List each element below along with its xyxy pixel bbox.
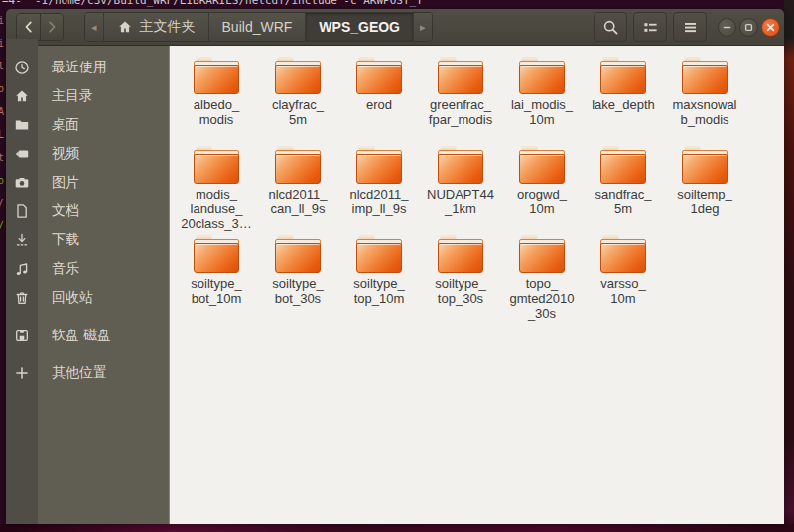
terminal-background: =4- -I/home/c3v/Build_WRF/LIBRARIES/netc… xyxy=(0,0,691,9)
forward-button[interactable] xyxy=(40,14,63,40)
folder-icon xyxy=(438,57,483,94)
file-view: albedo_ modisclayfrac_ 5merodgreenfrac_ … xyxy=(169,46,784,524)
maximize-icon xyxy=(743,22,754,33)
folder-name: soiltype_ bot_30s xyxy=(272,276,323,306)
folder-item-lake_depth[interactable]: lake_depth xyxy=(583,54,664,143)
minimize-button[interactable] xyxy=(718,18,736,37)
folder-icon xyxy=(356,235,402,273)
folder-item-soiltype_top_10m[interactable]: soiltype_ top_10m xyxy=(338,232,420,322)
folder-name: erod xyxy=(366,97,392,112)
sidebar-item-recent[interactable]: 最近使用 xyxy=(6,53,169,81)
list-view-icon xyxy=(642,19,659,36)
minimize-icon xyxy=(722,22,732,33)
folder-item-soiltype_bot_10m[interactable]: soiltype_ bot_10m xyxy=(176,232,257,322)
sidebar-item-label: 回收站 xyxy=(52,289,93,307)
folder-name: greenfrac_ fpar_modis xyxy=(429,97,492,127)
camera-icon xyxy=(6,175,38,191)
sidebar-item-home[interactable]: 主目录 xyxy=(6,81,169,110)
folder-item-soiltype_top_30s[interactable]: soiltype_ top_30s xyxy=(420,232,501,322)
folder-item-greenfrac_fpar_modis[interactable]: greenfrac_ fpar_modis xyxy=(420,54,501,143)
folder-icon xyxy=(438,146,483,184)
maximize-button[interactable] xyxy=(739,18,758,37)
folder-icon xyxy=(275,57,321,94)
sidebar-item-label: 图片 xyxy=(52,174,79,192)
sidebar-item-label: 软盘 磁盘 xyxy=(52,327,111,344)
folder-icon xyxy=(194,235,239,273)
folder-name: nlcd2011_ imp_ll_9s xyxy=(349,187,408,216)
folder-item-orogwd_10m[interactable]: orogwd_ 10m xyxy=(501,143,583,232)
folder-item-erod[interactable]: erod xyxy=(338,54,420,143)
folder-item-varsso_10m[interactable]: varsso_ 10m xyxy=(583,232,664,322)
folder-name: soiltype_ top_10m xyxy=(353,276,404,306)
sidebar-item-documents[interactable]: 文档 xyxy=(6,197,169,225)
folder-name: sandfrac_ 5m xyxy=(595,187,651,216)
folder-item-lai_modis_10m[interactable]: lai_modis_ 10m xyxy=(501,54,583,143)
folder-icon xyxy=(600,235,646,273)
path-segment-wps-geog[interactable]: WPS_GEOG xyxy=(305,13,413,41)
sidebar-item-pictures[interactable]: 图片 xyxy=(6,168,169,197)
folder-name: soiltype_ top_30s xyxy=(435,276,485,306)
sidebar-item-label: 桌面 xyxy=(52,116,79,134)
folder-icon xyxy=(438,235,483,273)
video-icon xyxy=(6,146,38,162)
sidebar-item-label: 其他位置 xyxy=(52,364,107,382)
path-segment-label: 主文件夹 xyxy=(140,18,196,36)
sidebar-item-downloads[interactable]: 下载 xyxy=(6,225,169,254)
folder-name: topo_ gmted2010 _30s xyxy=(509,276,574,321)
folder-name: nlcd2011_ can_ll_9s xyxy=(268,187,327,216)
chevron-left-icon xyxy=(21,19,37,35)
sidebar-item-floppy-disk[interactable]: 软盘 磁盘 xyxy=(6,321,169,349)
folder-name: albedo_ modis xyxy=(194,97,239,127)
path-segment-label: WPS_GEOG xyxy=(319,19,400,35)
headerbar-actions xyxy=(594,12,780,42)
plus-icon xyxy=(6,365,38,381)
menu-button[interactable] xyxy=(673,12,707,42)
sidebar-item-other-locations[interactable]: 其他位置 xyxy=(6,358,169,387)
folder-item-maxsnowalb_modis[interactable]: maxsnowal b_modis xyxy=(664,54,745,143)
folder-name: lai_modis_ 10m xyxy=(511,97,573,127)
folder-icon xyxy=(682,57,728,94)
path-segment-build-wrf[interactable]: Build_WRF xyxy=(208,13,306,41)
folder-name: maxsnowal b_modis xyxy=(672,97,736,127)
folder-item-soiltype_bot_30s[interactable]: soiltype_ bot_30s xyxy=(257,232,338,322)
hamburger-icon xyxy=(682,19,699,36)
close-button[interactable] xyxy=(761,18,780,37)
folder-item-albedo_modis[interactable]: albedo_ modis xyxy=(176,54,257,143)
home-icon xyxy=(117,19,133,35)
sidebar-item-videos[interactable]: 视频 xyxy=(6,139,169,168)
sidebar-item-label: 主目录 xyxy=(52,87,93,105)
folder-icon xyxy=(519,146,565,184)
folder-icon xyxy=(194,57,239,94)
folder-item-sandfrac_5m[interactable]: sandfrac_ 5m xyxy=(583,143,664,232)
folder-item-modis_landuse_20class_3[interactable]: modis_ landuse_ 20class_3… xyxy=(176,143,257,232)
folder-icon xyxy=(600,57,646,94)
folder-name: varsso_ 10m xyxy=(600,276,646,306)
sidebar-item-music[interactable]: 音乐 xyxy=(6,254,169,283)
view-list-button[interactable] xyxy=(633,12,667,42)
sidebar-item-desktop[interactable]: 桌面 xyxy=(6,110,169,139)
folder-icon xyxy=(275,235,321,273)
chevron-right-icon xyxy=(44,19,60,35)
search-icon xyxy=(602,19,619,36)
sidebar-item-label: 文档 xyxy=(52,202,79,220)
folder-icon xyxy=(600,146,646,184)
folder-item-nudapt44_1km[interactable]: NUDAPT44 _1km xyxy=(420,143,501,232)
history-nav xyxy=(16,13,64,41)
folder-item-soiltemp_1deg[interactable]: soiltemp_ 1deg xyxy=(664,143,745,232)
sidebar-item-trash[interactable]: 回收站 xyxy=(6,283,169,312)
path-segment-label: Build_WRF xyxy=(222,19,293,35)
folder-item-clayfrac_5m[interactable]: clayfrac_ 5m xyxy=(257,54,338,143)
folder-icon xyxy=(519,235,565,273)
folder-item-topo_gmted2010_30s[interactable]: topo_ gmted2010 _30s xyxy=(501,232,583,322)
close-icon xyxy=(765,22,776,33)
path-scroll-right-icon[interactable]: ▸ xyxy=(413,13,432,41)
folder-icon xyxy=(194,146,239,184)
folder-item-nlcd2011_can_ll_9s[interactable]: nlcd2011_ can_ll_9s xyxy=(257,143,338,232)
folder-name: modis_ landuse_ 20class_3… xyxy=(181,187,252,231)
folder-item-nlcd2011_imp_ll_9s[interactable]: nlcd2011_ imp_ll_9s xyxy=(338,143,420,232)
back-button[interactable] xyxy=(17,14,40,40)
search-button[interactable] xyxy=(594,12,627,42)
path-segment-home[interactable]: 主文件夹 xyxy=(103,13,208,41)
home-icon xyxy=(6,88,38,104)
path-scroll-left-icon[interactable]: ◂ xyxy=(85,13,103,41)
